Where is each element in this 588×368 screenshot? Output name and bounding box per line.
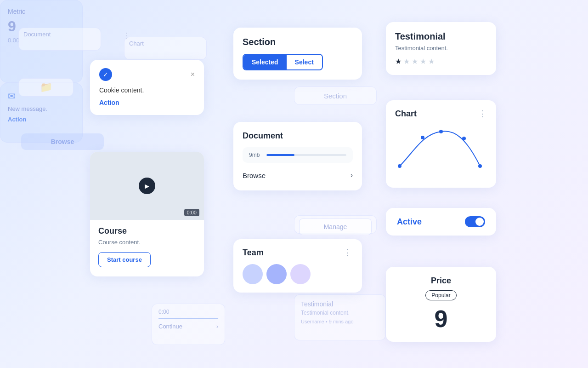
testimonial-content: Testimonial content. [395,45,487,52]
team-title: Team [243,248,264,258]
bg-folder-area: 📁 [18,78,74,97]
bg-document-label: Document [18,28,101,51]
check-circle-icon: ✓ [99,68,112,81]
avatar-group [243,264,353,284]
file-size: 9mb [249,152,262,158]
chart-title: Chart [395,109,417,119]
cookie-card: ✓ × Cookie content. Action [90,60,204,115]
play-button[interactable]: ▶ [139,178,155,194]
file-row: 9mb [243,147,353,163]
popular-badge: Popular [425,290,456,300]
svg-point-4 [478,164,482,168]
section-title: Section [243,37,353,47]
bg-chart-label: Chart [124,37,207,60]
team-card: Team ⋮ [233,239,362,293]
active-toggle[interactable] [465,216,485,227]
chevron-right-icon: › [351,171,353,179]
svg-point-0 [398,164,401,168]
price-title: Price [395,276,487,286]
chart-menu-dots[interactable]: ⋮ [479,109,487,119]
select-button[interactable]: Select [287,55,322,69]
manage-ghost-card: Manage [294,215,377,234]
start-course-button[interactable]: Start course [98,252,151,267]
course-content: Course content. [98,239,196,246]
avatar-2 [266,264,287,284]
star-5: ★ [428,57,435,66]
cookie-content: Cookie content. [99,86,195,94]
selected-button[interactable]: Selected [243,55,287,69]
section-card: Section Selected Select [233,28,362,80]
testimonial-card: Testimonial Testimonial content. ★ ★ ★ ★… [386,22,496,75]
chart-card: Chart ⋮ [386,100,496,188]
price-card: Price Popular 9 [386,267,496,342]
section-button-group: Selected Select [243,54,323,70]
star-4: ★ [420,57,426,66]
svg-point-1 [421,136,424,139]
testimonial-title: Testimonial [395,31,487,42]
chart-svg [395,122,487,178]
chevron-right-icon: › [216,323,218,330]
section-ghost-label: Section [294,86,377,105]
browse-label: Browse [243,172,266,179]
active-card: Active [386,208,496,236]
document-card: Document 9mb Browse › [233,122,362,190]
star-3: ★ [412,57,418,66]
course-card: ▶ 0:00 Course Course content. Start cour… [90,152,204,276]
avatar-3 [290,264,311,284]
price-value: 9 [395,305,487,333]
course-title: Course [98,226,196,236]
star-1: ★ [395,57,401,66]
video-thumbnail: ▶ 0:00 [90,152,204,220]
progress-bar-background [266,154,346,156]
close-button[interactable]: × [191,70,195,79]
active-label: Active [397,217,422,227]
bg-browse-button: Browse [21,133,104,150]
svg-point-2 [439,130,443,133]
document-title: Document [243,131,353,141]
star-2: ★ [403,57,410,66]
star-rating: ★ ★ ★ ★ ★ [395,57,487,66]
video-time: 0:00 [184,209,199,216]
bg-dots-icon: ⋮ [123,31,130,40]
testimonial-ghost-card: Testimonial Testimonial content. Usernam… [294,294,386,340]
cookie-action-link[interactable]: Action [99,99,119,106]
svg-point-3 [462,137,466,140]
team-menu-dots[interactable]: ⋮ [344,247,353,258]
progress-ghost-card: 0:00 Continue › [152,304,225,345]
progress-bar-fill [266,154,294,156]
folder-icon: 📁 [40,81,52,93]
browse-row[interactable]: Browse › [243,169,353,181]
avatar-1 [243,264,263,284]
